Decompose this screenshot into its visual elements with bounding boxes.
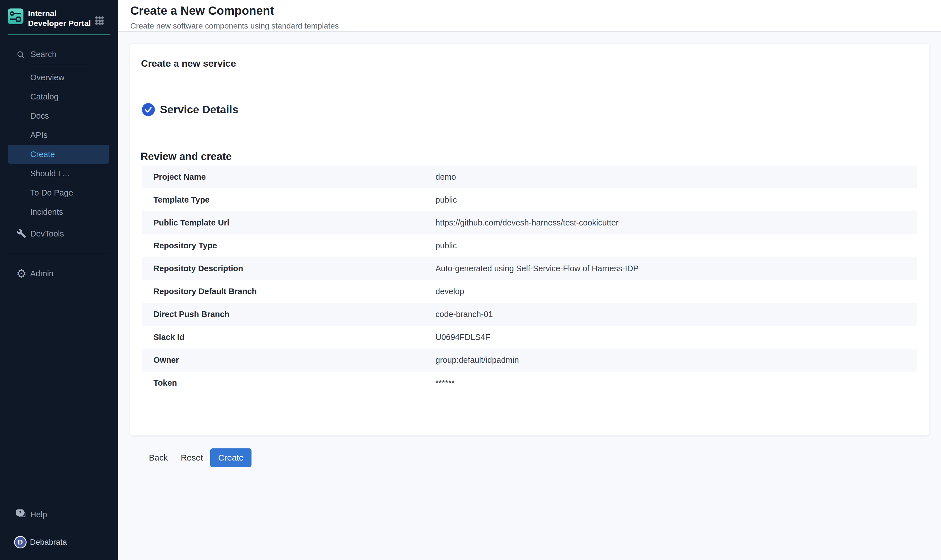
review-row-label: Token <box>142 378 435 388</box>
form-actions: Back Reset Create <box>149 448 252 467</box>
table-row: Repository Default Branch develop <box>142 280 917 303</box>
sidebar-item-create[interactable]: Create <box>8 145 109 164</box>
table-row: Repository Type public <box>142 234 917 257</box>
create-service-card: Create a new service Service Details Rev… <box>130 44 929 435</box>
review-section-title: Review and create <box>140 151 232 163</box>
review-row-label: Project Name <box>142 172 435 182</box>
review-row-label: Repositoty Description <box>142 264 435 273</box>
search-icon <box>17 51 25 59</box>
sidebar-search <box>17 50 91 65</box>
sidebar-menu: Overview Catalog Docs APIs Create Should… <box>0 68 118 222</box>
page-header: Create a New Component Create new softwa… <box>118 0 941 32</box>
sidebar-item-help[interactable]: ? Help <box>0 506 118 523</box>
create-button[interactable]: Create <box>210 448 252 467</box>
review-row-value: Auto-generated using Self-Service-Flow o… <box>435 264 917 273</box>
page-title: Create a New Component <box>130 4 274 17</box>
main-area: Create a New Component Create new softwa… <box>118 0 941 560</box>
sidebar-item-incidents[interactable]: Incidents <box>8 202 109 222</box>
flow-logo-icon <box>8 8 23 24</box>
apps-grid-icon[interactable] <box>95 16 104 25</box>
sidebar-item-devtools[interactable]: DevTools <box>0 225 118 242</box>
review-row-label: Template Type <box>142 195 435 205</box>
review-row-value: code-branch-01 <box>435 310 917 319</box>
review-row-value: demo <box>435 172 917 182</box>
user-name: Debabrata <box>30 538 67 547</box>
sidebar-item-admin[interactable]: ⚙ Admin <box>0 265 118 282</box>
sidebar-item-should-i[interactable]: Should I ... <box>8 164 109 183</box>
table-row: Template Type public <box>142 188 917 211</box>
step-label: Service Details <box>160 103 238 116</box>
gear-icon: ⚙ <box>16 268 27 279</box>
back-button[interactable]: Back <box>149 453 168 463</box>
logo-row[interactable]: Internal Developer Portal <box>8 8 94 28</box>
user-menu[interactable]: D Debabrata <box>14 536 67 548</box>
table-row: Token ****** <box>142 372 917 394</box>
sidebar-accent-divider <box>8 34 110 35</box>
review-table: Project Name demo Template Type public P… <box>142 166 917 394</box>
sidebar-divider <box>8 254 110 254</box>
review-row-label: Owner <box>142 355 435 365</box>
review-row-value: ****** <box>435 378 917 388</box>
table-row: Slack Id U0694FDLS4F <box>142 326 917 349</box>
review-row-label: Repository Type <box>142 241 435 250</box>
admin-label: Admin <box>30 269 54 278</box>
review-row-label: Direct Push Branch <box>142 310 435 319</box>
help-label: Help <box>30 510 47 519</box>
check-icon <box>142 103 155 116</box>
table-row: Project Name demo <box>142 166 917 188</box>
review-row-value: develop <box>435 287 917 296</box>
review-row-value: public <box>435 241 917 250</box>
table-row: Direct Push Branch code-branch-01 <box>142 303 917 326</box>
step-service-details[interactable]: Service Details <box>142 103 238 116</box>
card-title: Create a new service <box>141 58 236 69</box>
table-row: Repositoty Description Auto-generated us… <box>142 257 917 280</box>
sidebar-item-to-do-page[interactable]: To Do Page <box>8 183 109 202</box>
devtools-label: DevTools <box>30 229 64 238</box>
sidebar-item-docs[interactable]: Docs <box>8 106 109 125</box>
page-subtitle: Create new software components using sta… <box>130 22 339 31</box>
help-chat-icon: ? <box>16 509 27 520</box>
sidebar: Internal Developer Portal Overview Catal… <box>0 0 118 560</box>
sidebar-item-catalog[interactable]: Catalog <box>8 87 109 106</box>
table-row: Public Template Url https://github.com/d… <box>142 211 917 234</box>
review-row-value: group:default/idpadmin <box>435 355 917 365</box>
sidebar-divider <box>8 501 110 501</box>
wrench-icon <box>16 229 27 238</box>
review-row-label: Repository Default Branch <box>142 287 435 296</box>
review-row-value: public <box>435 195 917 205</box>
review-row-label: Slack Id <box>142 332 435 342</box>
reset-button[interactable]: Reset <box>181 453 203 463</box>
app-root: Internal Developer Portal Overview Catal… <box>0 0 941 560</box>
table-row: Owner group:default/idpadmin <box>142 349 917 372</box>
search-input[interactable] <box>31 50 91 59</box>
review-row-label: Public Template Url <box>142 218 435 228</box>
sidebar-item-overview[interactable]: Overview <box>8 68 109 87</box>
sidebar-item-apis[interactable]: APIs <box>8 125 109 145</box>
review-row-value: https://github.com/devesh-harness/test-c… <box>435 218 917 228</box>
review-row-value: U0694FDLS4F <box>435 332 917 342</box>
avatar: D <box>14 536 26 548</box>
content-area: Create a new service Service Details Rev… <box>118 32 941 560</box>
app-title: Internal Developer Portal <box>28 8 94 28</box>
